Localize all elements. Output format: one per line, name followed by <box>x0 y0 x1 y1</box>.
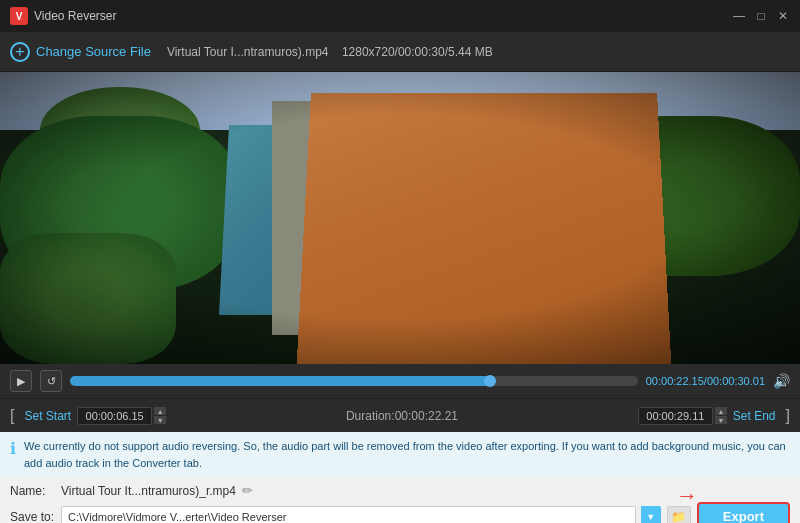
edit-icon[interactable]: ✏ <box>242 483 253 498</box>
folder-dropdown-button[interactable]: ▼ <box>641 506 661 524</box>
time-display: 00:00:22.15/00:00:30.01 <box>646 375 765 387</box>
end-time-value[interactable]: 00:00:29.11 <box>638 407 713 425</box>
controls-row: ▶ ↺ 00:00:22.15/00:00:30.01 🔊 <box>0 364 800 398</box>
end-time-up[interactable]: ▲ <box>715 407 727 415</box>
start-time-field: 00:00:06.15 ▲ ▼ <box>77 407 166 425</box>
video-preview <box>0 72 800 364</box>
save-label: Save to: <box>10 510 55 524</box>
timeline-track[interactable] <box>70 376 638 386</box>
toolbar: + Change Source File Virtual Tour I...nt… <box>0 32 800 72</box>
start-time-value[interactable]: 00:00:06.15 <box>77 407 152 425</box>
change-source-button[interactable]: + Change Source File <box>10 42 151 62</box>
timeline-progress <box>70 376 490 386</box>
play-button[interactable]: ▶ <box>10 370 32 392</box>
start-time-up[interactable]: ▲ <box>154 407 166 415</box>
end-time-down[interactable]: ▼ <box>715 416 727 424</box>
export-button[interactable]: Export <box>697 502 790 523</box>
clip-settings: [ Set Start 00:00:06.15 ▲ ▼ Duration:00:… <box>0 398 800 432</box>
name-row: Name: Virtual Tour It...ntramuros)_r.mp4… <box>10 483 790 498</box>
volume-icon[interactable]: 🔊 <box>773 373 790 389</box>
start-bracket: [ <box>10 407 14 425</box>
end-time-field: 00:00:29.11 ▲ ▼ <box>638 407 727 425</box>
name-label: Name: <box>10 484 55 498</box>
change-source-label: Change Source File <box>36 44 151 59</box>
plus-icon: + <box>10 42 30 62</box>
end-time-spinners: ▲ ▼ <box>715 407 727 424</box>
file-details: 1280x720/00:00:30/5.44 MB <box>342 45 493 59</box>
title-bar: V Video Reverser — □ ✕ <box>0 0 800 32</box>
video-container <box>0 72 800 364</box>
app-icon: V <box>10 7 28 25</box>
info-text: We currently do not support audio revers… <box>24 438 790 471</box>
output-file-name: Virtual Tour It...ntramuros)_r.mp4 <box>61 484 236 498</box>
red-arrow: → <box>676 483 698 509</box>
app-title: Video Reverser <box>34 9 732 23</box>
start-time-down[interactable]: ▼ <box>154 416 166 424</box>
window-controls: — □ ✕ <box>732 9 790 23</box>
start-time-spinners: ▲ ▼ <box>154 407 166 424</box>
set-end-button[interactable]: Set End <box>727 407 782 425</box>
close-button[interactable]: ✕ <box>776 9 790 23</box>
scene-background <box>0 72 800 364</box>
vignette <box>0 72 800 364</box>
info-icon: ℹ <box>10 439 16 458</box>
duration-label: Duration:00:00:22.21 <box>166 409 638 423</box>
set-start-button[interactable]: Set Start <box>18 407 77 425</box>
save-row: Save to: ▼ 📁 Export <box>10 502 790 523</box>
loop-button[interactable]: ↺ <box>40 370 62 392</box>
minimize-button[interactable]: — <box>732 9 746 23</box>
file-name: Virtual Tour I...ntramuros).mp4 <box>167 45 329 59</box>
end-bracket: ] <box>786 407 790 425</box>
info-banner: ℹ We currently do not support audio reve… <box>0 432 800 477</box>
file-info: Virtual Tour I...ntramuros).mp4 1280x720… <box>167 45 493 59</box>
maximize-button[interactable]: □ <box>754 9 768 23</box>
save-path-input[interactable] <box>61 506 636 524</box>
timeline-handle[interactable] <box>484 375 496 387</box>
